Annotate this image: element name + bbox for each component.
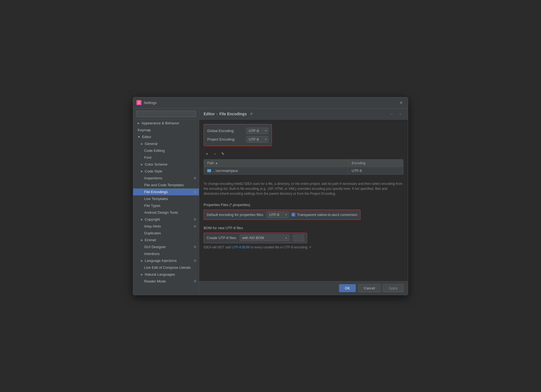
edit-button[interactable]: ✎	[219, 150, 227, 157]
sidebar-item-label: Keymap	[138, 128, 151, 132]
remove-button[interactable]: −	[211, 150, 218, 157]
bom-select[interactable]: with NO BOM with BOM	[240, 235, 289, 241]
sidebar-item-label: Color Scheme	[145, 162, 167, 166]
apply-button[interactable]: Apply	[383, 284, 403, 292]
sidebar-item-copyright[interactable]: ▶ Copyright ⊞	[133, 216, 199, 223]
main-panel: Editor › File Encodings ⊞ ← → Global Enc…	[199, 108, 408, 295]
sidebar-item-label: Emmet	[145, 238, 156, 242]
sidebar-item-code-style[interactable]: ▶ Code Style	[133, 168, 199, 175]
table-row[interactable]: ...\src\main\java UTF-8	[204, 167, 403, 174]
forward-button[interactable]: →	[396, 111, 403, 117]
sidebar-item-android-design[interactable]: Android Design Tools	[133, 209, 199, 216]
sidebar-item-file-code-templates[interactable]: File and Code Templates	[133, 182, 199, 188]
global-encoding-row: Global Encoding: UTF-8	[207, 128, 268, 134]
sidebar-item-label: Intentions	[144, 252, 160, 256]
settings-icon: ⊞	[194, 190, 196, 194]
create-label: Create UTF-8 files:	[207, 236, 237, 240]
ok-button[interactable]: OK	[339, 284, 356, 292]
sidebar-item-label: Reader Mode	[144, 279, 166, 283]
sidebar-item-language-injections[interactable]: ▶ Language Injections ⊞	[133, 257, 199, 264]
sidebar-item-duplicates[interactable]: Duplicates	[133, 230, 199, 237]
sidebar-item-code-editing[interactable]: Code Editing	[133, 147, 199, 154]
col-path[interactable]: Path ▲	[204, 160, 348, 167]
sidebar-item-gui-designer[interactable]: GUI Designer ⊞	[133, 243, 199, 250]
cancel-button[interactable]: Cancel	[358, 284, 381, 292]
transparent-checkbox[interactable]	[291, 213, 295, 216]
breadcrumb-current: File Encodings	[219, 112, 247, 116]
main-header: Editor › File Encodings ⊞ ← →	[199, 108, 408, 120]
title-bar: J Settings ✕	[133, 97, 408, 108]
search-box	[133, 108, 199, 120]
project-encoding-select[interactable]: UTF-8	[246, 136, 268, 142]
sidebar-item-label: Duplicates	[144, 231, 161, 235]
settings-icon: ⊞	[194, 176, 196, 180]
info-text: To change encoding IntelliJ IDEA uses fo…	[204, 179, 403, 198]
table-header: Path ▲ Encoding	[204, 160, 403, 167]
properties-row-container: Default encoding for properties files: U…	[204, 210, 403, 221]
sidebar: ▶ Appearance & Behavior Keymap ▼ Editor …	[133, 108, 199, 295]
arrow-icon: ▶	[141, 170, 143, 173]
app-icon: J	[136, 100, 141, 105]
bom-info: IDEA will NOT add UTF-8 BOM to every cre…	[204, 245, 403, 249]
close-button[interactable]: ✕	[398, 100, 405, 106]
sort-icon: ▲	[215, 161, 218, 165]
sidebar-item-inspections[interactable]: Inspections ⊞	[133, 175, 199, 182]
sidebar-item-label: Code Editing	[144, 149, 165, 153]
page-icon: ⊞	[250, 112, 253, 116]
dialog-title: Settings	[144, 101, 157, 105]
properties-section-title: Properties Files (*.properties)	[204, 203, 403, 207]
sidebar-item-intentions[interactable]: Intentions	[133, 250, 199, 257]
sidebar-item-label: File Encodings	[144, 190, 168, 194]
sidebar-item-reader-mode[interactable]: Reader Mode ⊞	[133, 278, 199, 285]
global-encoding-select[interactable]: UTF-8	[246, 128, 268, 134]
transparent-checkbox-row: Transparent native-to-ascii conversion	[291, 213, 357, 217]
arrow-icon: ▼	[138, 135, 140, 138]
encoding-section: Global Encoding: UTF-8 Project Encoding:…	[204, 124, 272, 146]
sidebar-item-file-types[interactable]: File Types	[133, 202, 199, 209]
toolbar: + − ✎	[204, 150, 403, 157]
sidebar-item-label: Language Injections	[145, 259, 177, 263]
td-encoding: UTF-8	[348, 167, 403, 174]
arrow-icon: ▶	[141, 239, 143, 242]
sidebar-item-keymap[interactable]: Keymap	[133, 127, 199, 133]
sidebar-item-general[interactable]: ▶ General	[133, 140, 199, 147]
sidebar-item-inlay-hints[interactable]: Inlay Hints ⊞	[133, 223, 199, 230]
breadcrumb: Editor › File Encodings ⊞	[204, 112, 253, 116]
search-input[interactable]	[136, 111, 196, 117]
properties-encoding-row: Default encoding for properties files: U…	[204, 210, 360, 220]
sidebar-item-live-edit[interactable]: Live Edit of Compose Literals	[133, 264, 199, 271]
settings-icon: ⊞	[194, 245, 196, 249]
sidebar-item-label: File Types	[144, 204, 160, 208]
sidebar-item-label: Inlay Hints	[144, 224, 161, 228]
sidebar-item-label: Font	[144, 155, 151, 160]
sidebar-item-color-scheme[interactable]: ▶ Color Scheme	[133, 161, 199, 168]
bom-extra-box	[293, 235, 304, 241]
props-encoding-select[interactable]: UTF-8	[267, 212, 289, 218]
settings-icon: ⊞	[194, 224, 196, 228]
transparent-label: Transparent native-to-ascii conversion	[297, 213, 357, 217]
breadcrumb-separator: ›	[216, 112, 218, 116]
sidebar-item-label: Code Style	[145, 169, 162, 173]
sidebar-item-label: Natural Languages	[145, 272, 175, 276]
sidebar-item-font[interactable]: Font	[133, 154, 199, 161]
sidebar-item-label: Editor	[142, 135, 151, 139]
global-encoding-label: Global Encoding:	[207, 129, 243, 133]
footer: OK Cancel Apply	[199, 281, 408, 295]
sidebar-item-file-encodings[interactable]: File Encodings ⊞	[133, 188, 199, 195]
settings-icon: ⊞	[194, 218, 196, 221]
project-encoding-row: Project Encoding: UTF-8	[207, 136, 268, 142]
bom-select-wrapper: with NO BOM with BOM	[240, 235, 289, 241]
sidebar-item-emmet[interactable]: ▶ Emmet	[133, 237, 199, 243]
sidebar-item-editor[interactable]: ▼ Editor	[133, 133, 199, 140]
sidebar-item-live-templates[interactable]: Live Templates	[133, 195, 199, 202]
col-encoding[interactable]: Encoding	[348, 160, 403, 167]
sidebar-item-appearance[interactable]: ▶ Appearance & Behavior	[133, 120, 199, 127]
main-content: Global Encoding: UTF-8 Project Encoding:…	[199, 120, 408, 281]
sidebar-item-natural-languages[interactable]: ▶ Natural Languages	[133, 271, 199, 278]
arrow-icon: ▶	[141, 273, 143, 276]
sidebar-item-label: Inspections	[144, 176, 162, 180]
bom-link[interactable]: UTF-8 BOM	[232, 245, 250, 249]
add-button[interactable]: +	[204, 150, 210, 157]
sidebar-item-label: Appearance & Behavior	[141, 121, 179, 125]
back-button[interactable]: ←	[388, 111, 395, 117]
